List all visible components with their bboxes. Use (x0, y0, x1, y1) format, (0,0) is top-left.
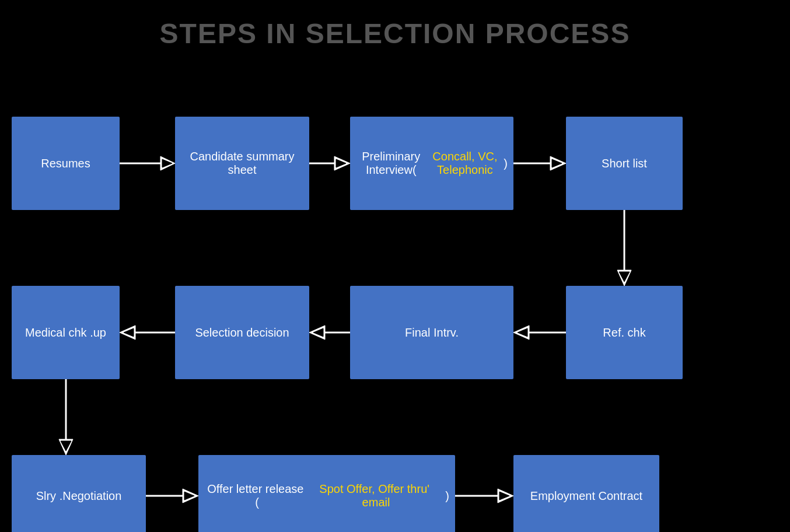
arrow-medical-to-slry (59, 379, 73, 455)
arrow-slry-to-offer (146, 489, 198, 503)
box-offer-letter: Offer letter release (Spot Offer, Offer … (198, 455, 455, 532)
svg-marker-26 (61, 441, 71, 451)
box-preliminary-interview: Preliminary Interview(Concall, VC, Telep… (350, 117, 513, 210)
svg-marker-7 (334, 156, 350, 170)
arrow-refchk-to-finalintrv (513, 326, 566, 340)
arrow-finalintrv-to-selection (309, 326, 350, 340)
arrow-offer-to-employment (455, 489, 513, 503)
svg-marker-28 (183, 489, 198, 503)
arrow-prelim-to-shortlist (513, 156, 566, 170)
arrow-shortlist-to-refchk (617, 210, 631, 286)
svg-marker-10 (550, 156, 566, 170)
svg-marker-20 (313, 328, 323, 337)
svg-marker-23 (124, 328, 134, 337)
svg-marker-14 (619, 272, 630, 282)
arrow-resumes-to-candidate (120, 156, 175, 170)
box-employment-contract: Employment Contract (513, 455, 659, 532)
flowchart-container: Resumes Candidate summary sheet Prelimin… (6, 82, 784, 526)
page-title: STEPS IN SELECTION PROCESS (160, 18, 631, 50)
box-slry-negotiation: Slry .Negotiation (12, 455, 146, 532)
box-medical-chkup: Medical chk .up (12, 286, 120, 379)
svg-marker-17 (518, 328, 527, 337)
svg-marker-8 (336, 159, 346, 167)
svg-marker-29 (184, 492, 194, 500)
svg-marker-25 (59, 439, 73, 455)
svg-marker-16 (513, 326, 529, 340)
arrow-selection-to-medical (120, 326, 175, 340)
svg-marker-13 (617, 270, 631, 286)
svg-marker-4 (160, 156, 175, 170)
box-ref-chk: Ref. chk (566, 286, 683, 379)
box-short-list: Short list (566, 117, 683, 210)
svg-marker-19 (309, 326, 325, 340)
arrow-candidate-to-prelim (309, 156, 350, 170)
svg-marker-11 (552, 159, 562, 167)
box-resumes: Resumes (12, 117, 120, 210)
box-selection-decision: Selection decision (175, 286, 309, 379)
svg-marker-31 (498, 489, 513, 503)
svg-marker-22 (120, 326, 135, 340)
svg-marker-5 (162, 159, 172, 167)
svg-marker-32 (499, 492, 509, 500)
box-candidate-summary: Candidate summary sheet (175, 117, 309, 210)
box-final-intrv: Final Intrv. (350, 286, 513, 379)
